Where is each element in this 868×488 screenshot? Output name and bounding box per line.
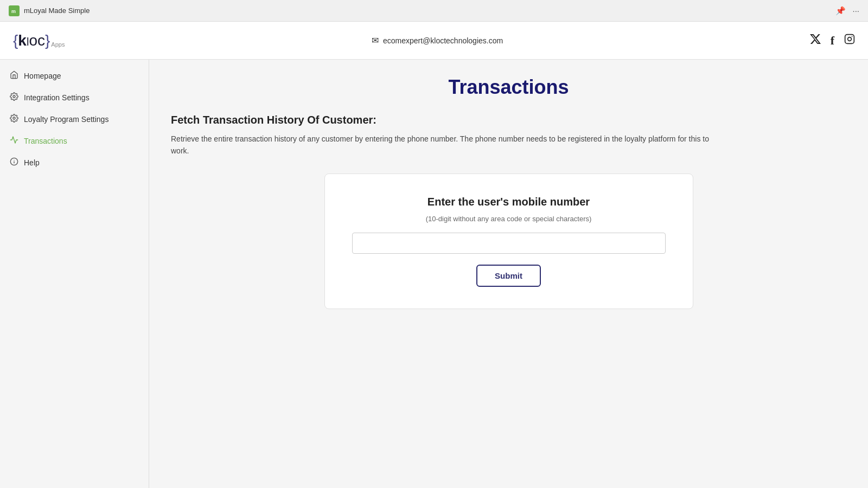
top-bar-right: 📌 ··· bbox=[835, 6, 859, 16]
email-address: ecomexpert@kloctechnologies.com bbox=[383, 36, 503, 45]
section-heading: Fetch Transaction History Of Customer: bbox=[171, 114, 846, 126]
logo-k: k bbox=[18, 32, 27, 49]
svg-point-6 bbox=[13, 117, 15, 119]
svg-point-5 bbox=[13, 95, 15, 98]
svg-rect-2 bbox=[845, 35, 854, 44]
more-icon[interactable]: ··· bbox=[852, 6, 859, 15]
sidebar-label-homepage: Homepage bbox=[24, 72, 61, 80]
sidebar-item-homepage[interactable]: Homepage bbox=[0, 65, 149, 87]
email-icon: ✉ bbox=[372, 35, 379, 46]
gear-icon-integration bbox=[10, 92, 18, 103]
logo-open-brace: { bbox=[13, 32, 18, 49]
logo-close-brace: } bbox=[45, 32, 50, 49]
sidebar-item-integration-settings[interactable]: Integration Settings bbox=[0, 87, 149, 108]
form-card-subtitle: (10-digit without any area code or speci… bbox=[426, 215, 592, 223]
sidebar-label-loyalty-program-settings: Loyalty Program Settings bbox=[24, 115, 108, 124]
facebook-icon[interactable]: f bbox=[831, 34, 834, 48]
home-icon bbox=[10, 70, 18, 81]
twitter-icon[interactable] bbox=[810, 34, 821, 47]
svg-point-3 bbox=[848, 37, 852, 41]
main-content: Transactions Fetch Transaction History O… bbox=[149, 60, 868, 488]
gear-icon-loyalty bbox=[10, 114, 18, 125]
svg-text:m: m bbox=[11, 9, 16, 14]
mobile-number-input[interactable] bbox=[352, 233, 666, 254]
chart-icon bbox=[10, 136, 18, 146]
sidebar-item-transactions[interactable]: Transactions bbox=[0, 130, 149, 152]
pin-icon[interactable]: 📌 bbox=[835, 6, 846, 16]
form-card-title: Enter the user's mobile number bbox=[427, 196, 590, 208]
form-card: Enter the user's mobile number (10-digit… bbox=[324, 174, 693, 309]
header: { k l o c } Apps ✉ ecomexpert@kloctechno… bbox=[0, 22, 868, 60]
section-description: Retrieve the entire transaction history … bbox=[171, 133, 713, 157]
sidebar-label-transactions: Transactions bbox=[24, 137, 67, 145]
info-icon bbox=[10, 157, 18, 168]
sidebar: Homepage Integration Settings Loyalty Pr… bbox=[0, 60, 149, 488]
top-bar-title: mLoyal Made Simple bbox=[24, 7, 90, 15]
logo-c: c bbox=[37, 32, 45, 49]
header-email: ✉ ecomexpert@kloctechnologies.com bbox=[372, 35, 503, 46]
sidebar-label-help: Help bbox=[24, 158, 40, 167]
logo-o: o bbox=[29, 32, 37, 49]
sidebar-item-help[interactable]: Help bbox=[0, 152, 149, 174]
sidebar-item-loyalty-program-settings[interactable]: Loyalty Program Settings bbox=[0, 108, 149, 130]
header-social: f bbox=[810, 34, 855, 48]
page-title: Transactions bbox=[171, 76, 846, 99]
logo: { k l o c } Apps bbox=[13, 32, 65, 49]
top-bar: m mLoyal Made Simple 📌 ··· bbox=[0, 0, 868, 22]
instagram-icon[interactable] bbox=[844, 34, 855, 47]
sidebar-label-integration-settings: Integration Settings bbox=[24, 93, 90, 102]
layout: Homepage Integration Settings Loyalty Pr… bbox=[0, 60, 868, 488]
logo-apps: Apps bbox=[51, 41, 65, 48]
app-icon: m bbox=[9, 5, 20, 16]
submit-button[interactable]: Submit bbox=[476, 265, 541, 287]
svg-point-4 bbox=[852, 36, 853, 37]
top-bar-left: m mLoyal Made Simple bbox=[9, 5, 90, 16]
